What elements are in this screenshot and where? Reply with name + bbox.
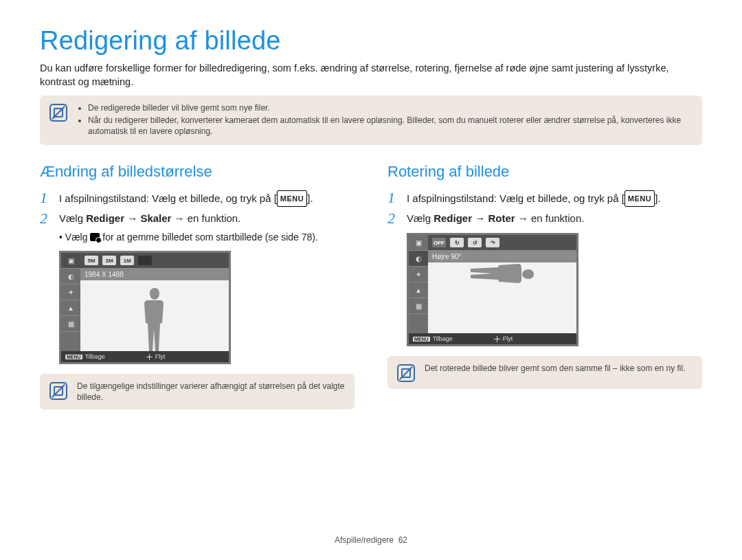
step2-bold2: Roter [488, 212, 515, 224]
lcd-subtitle: 1984 X 1488 [80, 268, 229, 280]
intro-paragraph: Du kan udføre forskellige former for bil… [40, 61, 702, 89]
step2-prefix: Vælg [59, 212, 86, 224]
menu-tag: MENU [65, 355, 82, 359]
sidebar-icon: ◐ [61, 269, 80, 284]
step2-bold1: Rediger [86, 212, 124, 224]
lcd-bottom-bar: MENUTilbage Flyt [61, 351, 229, 362]
step-1: 1 I afspilningstilstand: Vælg et billede… [40, 190, 355, 207]
menu-button-label: MENU [625, 190, 655, 207]
section-heading-rotate: Rotering af billede [387, 163, 702, 181]
left-column: Ændring af billedstørrelse 1 I afspilnin… [40, 157, 355, 422]
sidebar-icon: ▣ [61, 253, 80, 269]
step2-prefix: Vælg [407, 212, 434, 224]
step2-arrow: → [472, 212, 488, 224]
dpad-icon [494, 336, 500, 342]
note-item: De redigerede billeder vil blive gemt so… [88, 102, 693, 113]
step-2: 2 Vælg Rediger → Roter → en funktion. [387, 211, 702, 226]
note-icon [49, 104, 67, 122]
lcd-canvas [428, 262, 576, 333]
right-bottom-note: Det roterede billede bliver gemt som den… [387, 356, 702, 389]
menu-tag: MENU [413, 337, 430, 341]
step1-text-suffix: ]. [655, 192, 660, 204]
lcd-move-label: Flyt [155, 353, 166, 360]
step-number-icon: 2 [387, 211, 400, 226]
lcd-back-label: Tilbage [433, 335, 453, 342]
menu-button-label: MENU [277, 190, 307, 207]
substep-prefix: Vælg [65, 232, 91, 243]
rotate-180-icon: ↷ [486, 238, 499, 247]
lcd-topbar: OFF ↻ ↺ ↷ [428, 235, 576, 250]
camera-lcd-rotate: ▣ ◐ ✦ ▲ ▦ OFF ↻ ↺ ↷ Højre 90° [407, 233, 578, 346]
note-icon [49, 382, 67, 400]
person-silhouette-icon [139, 288, 170, 351]
sidebar-icon: ✦ [61, 284, 80, 300]
rotate-right-icon: ↻ [450, 238, 464, 247]
step1-text-suffix: ]. [307, 192, 313, 204]
footer-page-number: 62 [398, 535, 407, 545]
step1-text-prefix: I afspilningstilstand: Vælg et billede, … [59, 192, 277, 204]
footer-section-label: Afspille/redigere [335, 535, 394, 545]
lcd-topbar: 5M 3M 1M [80, 253, 229, 268]
lcd-canvas [80, 280, 229, 351]
lcd-bottom-bar: MENUTilbage Flyt [409, 333, 576, 344]
size-option-icon: 3M [102, 256, 116, 265]
camera-lcd-resize: ▣ ◐ ✦ ▲ ▦ 5M 3M 1M 1984 X 1488 [59, 251, 231, 364]
step-number-icon: 1 [387, 190, 400, 205]
lcd-sidebar: ▣ ◐ ✦ ▲ ▦ [409, 235, 428, 333]
step-1: 1 I afspilningstilstand: Vælg et billede… [387, 190, 702, 207]
step2-suffix: → en funktion. [515, 212, 585, 224]
size-option-icon [138, 256, 152, 265]
step-number-icon: 2 [40, 211, 52, 226]
sidebar-icon: ✦ [409, 267, 428, 282]
sidebar-icon: ◐ [409, 251, 428, 267]
top-note-box: De redigerede billeder vil blive gemt so… [40, 96, 702, 145]
dpad-icon [146, 354, 153, 360]
note-text: De tilgængelige indstillinger varierer a… [77, 381, 345, 403]
sidebar-icon: ▲ [61, 300, 80, 316]
substep-suffix: for at gemme billedet som startbillede (… [100, 232, 317, 243]
sidebar-icon: ▣ [409, 235, 428, 251]
note-text: Det roterede billede bliver gemt som den… [425, 363, 686, 374]
size-option-icon: 1M [120, 256, 134, 265]
lcd-sidebar: ▣ ◐ ✦ ▲ ▦ [61, 253, 80, 351]
start-image-icon [90, 233, 100, 241]
step2-suffix: → en funktion. [171, 212, 240, 224]
sidebar-icon: ▦ [409, 298, 428, 314]
rotate-option-icon: OFF [432, 238, 446, 247]
left-bottom-note: De tilgængelige indstillinger varierer a… [40, 374, 355, 410]
size-option-icon: 5M [85, 256, 98, 265]
lcd-move-label: Flyt [503, 335, 513, 342]
note-icon [397, 364, 415, 382]
step1-text-prefix: I afspilningstilstand: Vælg et billede, … [407, 192, 625, 204]
two-column-layout: Ændring af billedstørrelse 1 I afspilnin… [40, 157, 702, 422]
page-title: Redigering af billede [40, 26, 702, 56]
step2-arrow: → [124, 212, 140, 224]
substep-startimage: Vælg for at gemme billedet som startbill… [59, 230, 355, 244]
step-number-icon: 1 [40, 190, 52, 205]
section-heading-resize: Ændring af billedstørrelse [40, 163, 355, 181]
lcd-back-label: Tilbage [85, 353, 105, 360]
rotate-left-icon: ↺ [468, 238, 482, 247]
page-footer: Afspille/redigere 62 [0, 535, 742, 545]
sidebar-icon: ▦ [61, 316, 80, 332]
right-column: Rotering af billede 1 I afspilningstilst… [387, 157, 702, 422]
top-note-list: De redigerede billeder vil blive gemt so… [77, 102, 693, 138]
sidebar-icon: ▲ [409, 282, 428, 298]
step-2: 2 Vælg Rediger → Skaler → en funktion. [40, 211, 355, 226]
step2-bold2: Skaler [140, 212, 171, 224]
manual-page: Redigering af billede Du kan udføre fors… [0, 0, 742, 560]
person-silhouette-rotated-icon [471, 259, 534, 289]
step2-bold1: Rediger [434, 212, 472, 224]
note-item: Når du redigerer billeder, konverterer k… [88, 115, 693, 137]
